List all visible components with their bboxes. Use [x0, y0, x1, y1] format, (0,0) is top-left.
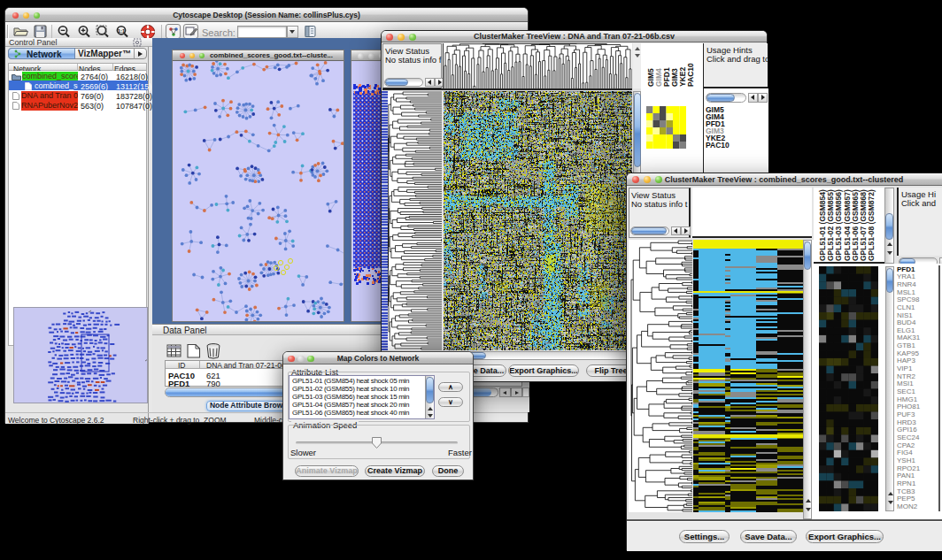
svg-text:GPL51-08 (GSM872): GPL51-08 (GSM872): [867, 189, 876, 261]
svg-text:1:1: 1:1: [118, 28, 126, 34]
svg-text:PAC10: PAC10: [686, 63, 695, 87]
